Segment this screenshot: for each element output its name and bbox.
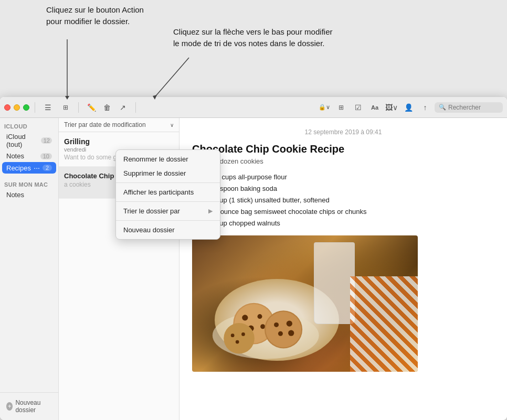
export-icon: ↑ [424, 103, 427, 112]
toolbar-right: 🔒∨ ⊞ ☑ Aa 🖼∨ 👤 ↑ 🔍 [317, 100, 503, 115]
search-input[interactable] [448, 104, 499, 111]
action-dots[interactable]: ··· [34, 164, 40, 172]
menu-item-sort-folder[interactable]: Trier le dossier par ▶ [116, 204, 220, 218]
menu-new-folder-label: Nouveau dossier [123, 226, 175, 234]
text-format-icon: Aa [371, 104, 378, 111]
toolbar-divider-2 [78, 102, 79, 113]
callout-1-line [0, 0, 157, 105]
mac-section-header: Sur mon Mac [0, 180, 58, 189]
cookies-svg [204, 276, 328, 365]
svg-point-21 [278, 331, 282, 336]
minimize-button[interactable] [14, 104, 20, 111]
mac-notes-label: Notes [6, 191, 24, 199]
svg-point-24 [230, 333, 234, 337]
recipes-label: Recipes [6, 164, 31, 172]
callout-1: Cliquez sur le bouton Action pour modifi… [46, 4, 144, 27]
sidebar-item-notes[interactable]: Notes 10 [2, 150, 56, 161]
svg-point-14 [257, 314, 262, 319]
close-button[interactable] [4, 104, 10, 111]
svg-point-18 [266, 312, 301, 348]
sidebar-toggle-button[interactable]: ☰ [40, 100, 55, 115]
checklist-text-3: 1/2 cup (1 stick) unsalted butter, softe… [205, 196, 330, 204]
text-format-button[interactable]: Aa [367, 100, 382, 115]
menu-item-delete[interactable]: Supprimer le dossier [116, 166, 220, 180]
checklist-item-3: 1/2 cup (1 stick) unsalted butter, softe… [192, 196, 494, 204]
menu-rename-label: Renommer le dossier [123, 155, 188, 163]
toolbar-divider-3 [135, 102, 136, 113]
title-bar: ☰ ⊞ ✏️ 🗑 ↗ 🔒∨ ⊞ ☑ [0, 97, 507, 118]
note-detail: 12 septembre 2019 à 09:41 Chocolate Chip… [179, 118, 507, 420]
collab-icon: 👤 [404, 103, 413, 112]
lock-icon: 🔒∨ [319, 104, 330, 111]
toolbar-divider-1 [35, 102, 35, 113]
svg-point-20 [286, 321, 292, 327]
mac-section: Sur mon Mac Notes [0, 176, 58, 203]
sidebar-item-mac-notes[interactable]: Notes [2, 189, 56, 200]
svg-point-19 [274, 322, 279, 327]
checklist-item-2: ✓ 1 teaspoon baking soda [192, 184, 494, 192]
panel-toggle-button[interactable]: ⊞ [58, 100, 73, 115]
menu-section-1: Renommer le dossier Supprimer le dossier [116, 150, 220, 183]
image-icon: 🖼∨ [385, 103, 398, 112]
new-note-button[interactable]: ✏️ [84, 100, 99, 115]
svg-point-23 [224, 323, 255, 354]
table-button[interactable]: ⊞ [334, 100, 348, 115]
notes-list-header[interactable]: Trier par date de modification ∨ [59, 118, 179, 132]
new-folder-button[interactable]: + Nouveau dossier [4, 397, 54, 416]
menu-section-2: Afficher les participants [116, 183, 220, 202]
recipes-count: 2 [43, 165, 52, 171]
photo-napkin [350, 276, 418, 372]
checklist-item-4: 1-12 ounce bag semisweet chocolate chips… [192, 207, 494, 216]
sidebar-toggle-icon: ☰ [45, 103, 51, 112]
sidebar-item-icloud-all[interactable]: iCloud (tout) 12 [2, 131, 56, 150]
panel-toggle-icon: ⊞ [63, 104, 68, 111]
sort-chevron-icon[interactable]: ∨ [170, 122, 174, 128]
svg-point-13 [242, 315, 248, 320]
svg-point-26 [235, 340, 239, 344]
new-folder-label: Nouveau dossier [15, 399, 52, 414]
lock-button[interactable]: 🔒∨ [317, 100, 332, 115]
context-menu: Renommer le dossier Supprimer le dossier… [115, 149, 220, 240]
menu-item-new-folder[interactable]: Nouveau dossier [116, 223, 220, 237]
checklist-button[interactable]: ☑ [351, 100, 365, 115]
sort-label: Trier par date de modification [64, 121, 146, 128]
image-button[interactable]: 🖼∨ [384, 100, 399, 115]
sidebar-item-recipes[interactable]: Recipes ··· 2 [2, 162, 56, 174]
detail-title: Chocolate Chip Cookie Recipe [192, 143, 494, 155]
share-icon: ↗ [120, 103, 126, 112]
export-button[interactable]: ↑ [418, 100, 432, 115]
checklist-icon: ☑ [355, 103, 362, 112]
checklist-text-4: 1-12 ounce bag semisweet chocolate chips… [205, 208, 367, 216]
icloud-all-count: 12 [41, 137, 52, 144]
icloud-section: iCloud iCloud (tout) 12 Notes 10 Recipes… [0, 118, 58, 176]
notes-count: 10 [40, 153, 52, 159]
cookie-photo [192, 235, 418, 372]
note-title-1: Grilling [64, 137, 174, 146]
sidebar: iCloud iCloud (tout) 12 Notes 10 Recipes… [0, 118, 59, 420]
menu-item-rename[interactable]: Renommer le dossier [116, 152, 220, 166]
menu-sort-folder-label: Trier le dossier par [123, 207, 180, 215]
menu-section-4: Nouveau dossier [116, 221, 220, 239]
icloud-section-header: iCloud [0, 122, 58, 131]
svg-line-2 [155, 58, 189, 97]
svg-point-25 [241, 332, 245, 336]
delete-note-button[interactable]: 🗑 [100, 100, 114, 115]
svg-point-22 [288, 330, 294, 336]
detail-date: 12 septembre 2019 à 09:41 [192, 128, 494, 136]
table-icon: ⊞ [339, 104, 344, 111]
menu-item-participants[interactable]: Afficher les participants [116, 185, 220, 199]
notes-label: Notes [6, 152, 24, 160]
main-content: iCloud iCloud (tout) 12 Notes 10 Recipes… [0, 118, 507, 420]
collab-button[interactable]: 👤 [401, 100, 416, 115]
callout-area: Cliquez sur le bouton Action pour modifi… [0, 0, 507, 105]
sidebar-bottom: + Nouveau dossier [0, 392, 58, 420]
callout-2-line [0, 0, 367, 105]
app-window: ☰ ⊞ ✏️ 🗑 ↗ 🔒∨ ⊞ ☑ [0, 97, 507, 420]
menu-section-3: Trier le dossier par ▶ [116, 202, 220, 221]
plus-circle-icon: + [6, 402, 13, 411]
plus-icon: + [8, 403, 12, 410]
new-note-icon: ✏️ [87, 103, 96, 112]
maximize-button[interactable] [23, 104, 29, 111]
search-box: 🔍 [435, 102, 503, 113]
share-button[interactable]: ↗ [115, 100, 130, 115]
